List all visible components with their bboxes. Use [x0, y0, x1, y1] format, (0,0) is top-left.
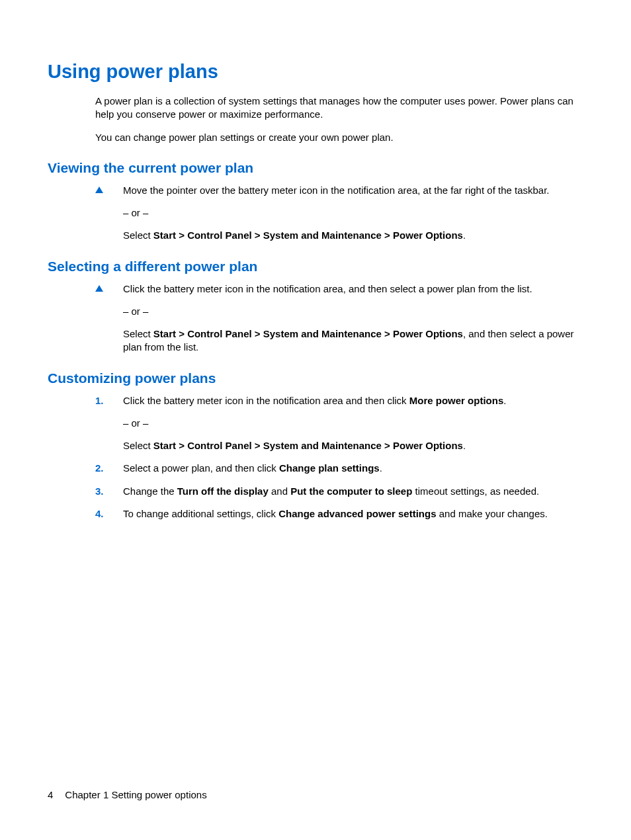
- customizing-step-1: 1. Click the battery meter icon in the n…: [95, 394, 583, 453]
- selecting-step: Click the battery meter icon in the noti…: [95, 282, 583, 355]
- intro-paragraph-1: A power plan is a collection of system s…: [95, 95, 583, 122]
- bold-text: Put the computer to sleep: [290, 485, 412, 497]
- triangle-bullet-icon: [95, 187, 103, 193]
- text: and make your changes.: [437, 508, 548, 519]
- selecting-select-path: Select Start > Control Panel > System an…: [123, 327, 583, 355]
- customizing-step-4: 4. To change additional settings, click …: [95, 507, 583, 521]
- selecting-step-text: Click the battery meter icon in the noti…: [123, 282, 583, 296]
- step-4-text: To change additional settings, click Cha…: [123, 507, 583, 521]
- chapter-label: Chapter 1 Setting power options: [65, 789, 206, 800]
- bold-path: Start > Control Panel > System and Maint…: [153, 328, 463, 339]
- viewing-step-content: Move the pointer over the battery meter …: [123, 184, 583, 243]
- customizing-step-4-content: To change additional settings, click Cha…: [123, 507, 583, 521]
- text: Change the: [123, 485, 177, 497]
- page-title: Using power plans: [48, 61, 583, 83]
- selecting-step-content: Click the battery meter icon in the noti…: [123, 282, 583, 355]
- page-footer: 4Chapter 1 Setting power options: [48, 789, 207, 800]
- bold-text: Turn off the display: [177, 485, 269, 497]
- intro-block: A power plan is a collection of system s…: [95, 95, 583, 144]
- heading-selecting: Selecting a different power plan: [48, 259, 583, 274]
- text: timeout settings, as needed.: [412, 485, 539, 497]
- bold-text: Change advanced power settings: [278, 508, 436, 519]
- or-separator: – or –: [123, 206, 583, 220]
- viewing-block: Move the pointer over the battery meter …: [95, 184, 583, 243]
- step-number-2: 2.: [95, 462, 105, 475]
- step-number-1: 1.: [95, 394, 105, 407]
- text: .: [503, 395, 506, 406]
- step-1-text: Click the battery meter icon in the noti…: [123, 394, 583, 407]
- text: To change additional settings, click: [123, 508, 278, 519]
- heading-viewing: Viewing the current power plan: [48, 160, 583, 176]
- text: .: [463, 230, 466, 241]
- text: Select: [123, 230, 153, 241]
- text: Select: [123, 440, 153, 451]
- customizing-step-2-content: Select a power plan, and then click Chan…: [123, 462, 583, 475]
- or-separator: – or –: [123, 305, 583, 318]
- triangle-bullet-icon: [95, 285, 103, 292]
- customizing-block: 1. Click the battery meter icon in the n…: [95, 394, 583, 521]
- text: .: [463, 440, 466, 451]
- text: Select a power plan, and then click: [123, 462, 279, 474]
- text: Click the battery meter icon in the noti…: [123, 395, 409, 406]
- bold-text: Change plan settings: [279, 462, 380, 474]
- bold-path: Start > Control Panel > System and Maint…: [153, 440, 463, 451]
- text: Select: [123, 328, 153, 339]
- customizing-step-2: 2. Select a power plan, and then click C…: [95, 462, 583, 475]
- step-number-4: 4.: [95, 507, 105, 521]
- selecting-block: Click the battery meter icon in the noti…: [95, 282, 583, 355]
- page-number: 4: [48, 789, 53, 800]
- viewing-select-path: Select Start > Control Panel > System an…: [123, 229, 583, 242]
- or-separator: – or –: [123, 417, 583, 430]
- text: and: [269, 485, 290, 497]
- step-number-3: 3.: [95, 485, 105, 498]
- intro-paragraph-2: You can change power plan settings or cr…: [95, 131, 583, 144]
- heading-customizing: Customizing power plans: [48, 370, 583, 386]
- document-page: Using power plans A power plan is a coll…: [0, 0, 631, 840]
- step-3-text: Change the Turn off the display and Put …: [123, 485, 583, 498]
- viewing-step: Move the pointer over the battery meter …: [95, 184, 583, 243]
- bold-path: Start > Control Panel > System and Maint…: [153, 230, 463, 241]
- text: .: [380, 462, 382, 474]
- customizing-step-3-content: Change the Turn off the display and Put …: [123, 485, 583, 498]
- viewing-step-text: Move the pointer over the battery meter …: [123, 184, 583, 197]
- customizing-step-1-content: Click the battery meter icon in the noti…: [123, 394, 583, 453]
- step-2-text: Select a power plan, and then click Chan…: [123, 462, 583, 475]
- bold-text: More power options: [409, 395, 504, 406]
- customizing-step-3: 3. Change the Turn off the display and P…: [95, 485, 583, 498]
- step-1-select-path: Select Start > Control Panel > System an…: [123, 439, 583, 452]
